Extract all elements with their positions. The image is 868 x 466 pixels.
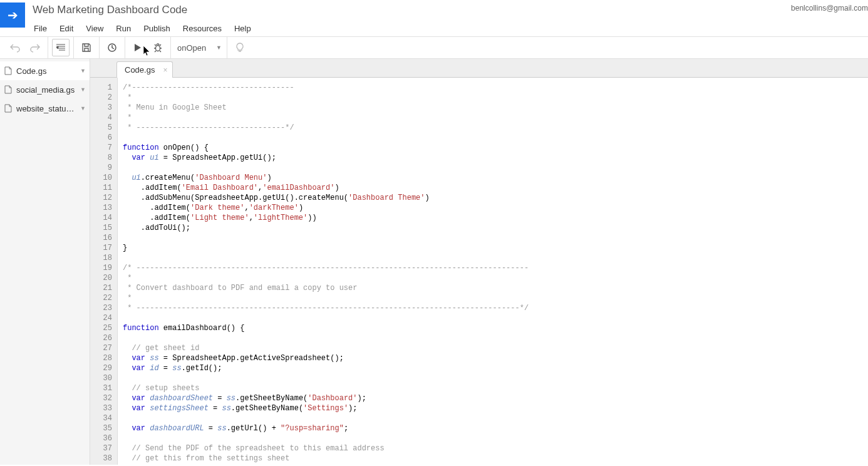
- user-email[interactable]: benlcollins@gmail.com: [791, 4, 868, 13]
- line-number: 18: [90, 253, 112, 263]
- line-number: 5: [90, 123, 112, 133]
- menu-item-help[interactable]: Help: [228, 21, 257, 36]
- line-number: 24: [90, 313, 112, 323]
- editor-tab-bar: Code.gs ×: [90, 59, 868, 78]
- code-line: .addSubMenu(SpreadsheetApp.getUi().creat…: [123, 193, 868, 203]
- code-line: [123, 253, 868, 263]
- line-number: 36: [90, 433, 112, 443]
- code-line: // setup sheets: [123, 383, 868, 393]
- save-button[interactable]: [78, 39, 95, 56]
- code-line: * ---------------------------------*/: [123, 123, 868, 133]
- line-number: 4: [90, 113, 112, 123]
- code-line: * Menu in Google Sheet: [123, 103, 868, 113]
- code-line: [123, 373, 868, 383]
- code-line: // get sheet id: [123, 343, 868, 353]
- lightbulb-button[interactable]: [231, 39, 249, 56]
- menu-bar: FileEditViewRunPublishResourcesHelp: [33, 21, 868, 36]
- caret-down-icon[interactable]: ▼: [80, 105, 86, 111]
- function-selector[interactable]: onOpen ▼: [171, 37, 227, 58]
- undo-button[interactable]: [6, 39, 24, 56]
- editor-area: Code.gs × 123456789101112131415161718192…: [90, 59, 868, 465]
- file-item[interactable]: social_media.gs▼: [0, 80, 90, 99]
- code-line: var id = ss.getId();: [123, 363, 868, 373]
- file-name-label: social_media.gs: [16, 85, 78, 95]
- run-button[interactable]: [129, 39, 147, 56]
- code-line: [123, 233, 868, 243]
- code-line: * Convert dashboard to PDF and email a c…: [123, 283, 868, 293]
- file-icon: [4, 66, 13, 75]
- debug-button[interactable]: [149, 39, 167, 56]
- line-number: 10: [90, 173, 112, 183]
- code-line: .addItem('Email Dashboard','emailDashboa…: [123, 183, 868, 193]
- redo-button[interactable]: [26, 39, 44, 56]
- svg-point-1: [156, 46, 160, 51]
- menu-item-edit[interactable]: Edit: [53, 21, 80, 36]
- code-line: .addItem('Dark theme','darkTheme'): [123, 203, 868, 213]
- menu-item-file[interactable]: File: [33, 21, 53, 36]
- toolbar: onOpen ▼: [0, 36, 868, 59]
- play-icon: [134, 43, 142, 52]
- line-number: 7: [90, 143, 112, 153]
- menu-item-run[interactable]: Run: [110, 21, 137, 36]
- clock-icon: [107, 43, 117, 53]
- code-container: 1234567891011121314151617181920212223242…: [90, 78, 868, 465]
- file-name-label: Code.gs: [16, 66, 78, 76]
- toolbar-indent-group: [48, 37, 74, 58]
- toolbar-history-group: [3, 37, 48, 58]
- code-line: [123, 433, 868, 443]
- file-icon: [4, 104, 13, 113]
- close-icon[interactable]: ×: [163, 66, 167, 75]
- code-line: .addToUi();: [123, 223, 868, 233]
- line-number: 27: [90, 343, 112, 353]
- workspace: Code.gs▼social_media.gs▼website_statu…▼ …: [0, 59, 868, 465]
- toolbar-save-group: [74, 37, 100, 58]
- line-number: 3: [90, 103, 112, 113]
- line-number: 25: [90, 323, 112, 333]
- header-main: Web Marketing Dashboard Code FileEditVie…: [33, 0, 868, 36]
- undo-icon: [10, 43, 20, 53]
- code-line: [123, 413, 868, 423]
- line-number: 17: [90, 243, 112, 253]
- line-number: 13: [90, 203, 112, 213]
- line-number: 28: [90, 353, 112, 363]
- line-number: 34: [90, 413, 112, 423]
- line-number: 35: [90, 423, 112, 433]
- line-number: 33: [90, 403, 112, 413]
- line-number: 21: [90, 283, 112, 293]
- line-number: 37: [90, 443, 112, 453]
- code-line: /* -------------------------------------…: [123, 263, 868, 273]
- code-line: // Send the PDF of the spreadsheet to th…: [123, 443, 868, 453]
- line-number: 19: [90, 263, 112, 273]
- editor-tab-active[interactable]: Code.gs ×: [116, 61, 173, 78]
- line-number: 11: [90, 183, 112, 193]
- watch-button[interactable]: [103, 39, 121, 56]
- code-line: // get this from the settings sheet: [123, 453, 868, 463]
- code-line: }: [123, 243, 868, 253]
- code-line: [123, 163, 868, 173]
- menu-item-view[interactable]: View: [80, 21, 110, 36]
- menu-item-publish[interactable]: Publish: [137, 21, 177, 36]
- code-line: var dashboardURL = ss.getUrl() + "?usp=s…: [123, 423, 868, 433]
- toolbar-run-debug-group: [125, 37, 171, 58]
- code-line: var dashboardSheet = ss.getSheetByName('…: [123, 393, 868, 403]
- code-line: [123, 333, 868, 343]
- menu-item-resources[interactable]: Resources: [177, 21, 228, 36]
- lightbulb-icon: [235, 43, 245, 53]
- file-item[interactable]: website_statu…▼: [0, 99, 90, 118]
- indent-button[interactable]: [52, 39, 70, 56]
- file-item[interactable]: Code.gs▼: [0, 61, 90, 80]
- code-line: var settingsSheet = ss.getSheetByName('S…: [123, 403, 868, 413]
- code-line: var ss = SpreadsheetApp.getActiveSpreads…: [123, 353, 868, 363]
- code-line: * --------------------------------------…: [123, 303, 868, 313]
- line-number: 29: [90, 363, 112, 373]
- line-number: 22: [90, 293, 112, 303]
- caret-down-icon[interactable]: ▼: [80, 86, 86, 93]
- code-line: *: [123, 293, 868, 303]
- document-title[interactable]: Web Marketing Dashboard Code: [33, 4, 868, 16]
- code-line: *: [123, 273, 868, 283]
- line-number: 9: [90, 163, 112, 173]
- code-editor[interactable]: /*------------------------------------ *…: [118, 78, 868, 465]
- line-number: 20: [90, 273, 112, 283]
- caret-down-icon[interactable]: ▼: [80, 68, 86, 74]
- toolbar-help-group: [227, 37, 252, 58]
